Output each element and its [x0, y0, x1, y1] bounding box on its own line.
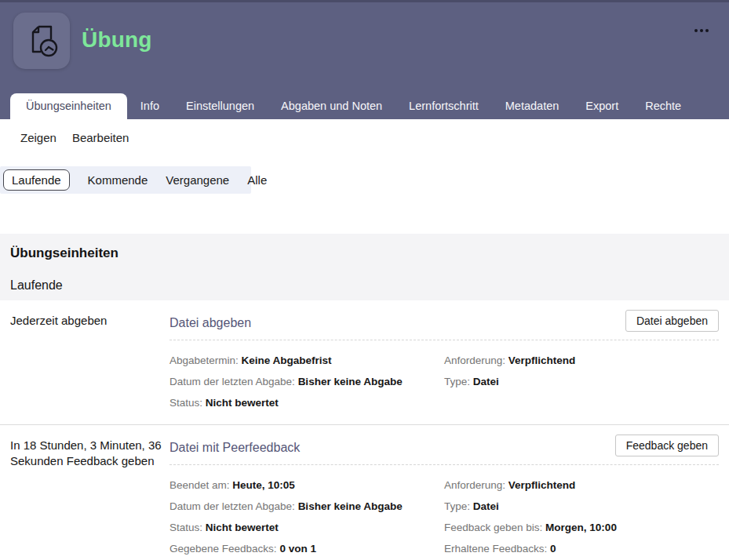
assignment-deadline-info: Jederzeit abgeben: [10, 300, 169, 424]
assignment-row-datei-abgeben: Jederzeit abgeben Datei abgeben Datei ab…: [0, 300, 729, 425]
dashed-divider: [169, 464, 719, 465]
detail-anforderung: Anforderung: Verpflichtend: [444, 355, 719, 366]
tab-lernfortschritt[interactable]: Lernfortschritt: [395, 93, 492, 119]
detail-abgabetermin: Abgabetermin: Keine Abgabefrist: [169, 355, 444, 366]
tab-info[interactable]: Info: [127, 93, 173, 119]
main-tabbar: Übungseinheiten Info Einstellungen Abgab…: [10, 93, 729, 119]
subtab-zeigen[interactable]: Zeigen: [20, 131, 56, 161]
detail-letzte-abgabe: Datum der letzten Abgabe: Bisher keine A…: [169, 376, 444, 387]
detail-feedback-geben-bis: Feedback geben bis: Morgen, 10:00: [444, 522, 719, 533]
tab-einstellungen[interactable]: Einstellungen: [173, 93, 268, 119]
detail-type: Type: Datei: [444, 501, 719, 512]
assignment-details: Abgabetermin: Keine Abgabefrist Datum de…: [169, 345, 719, 409]
tab-metadaten[interactable]: Metadaten: [492, 93, 573, 119]
filter-kommende[interactable]: Kommende: [88, 173, 148, 187]
detail-beendet-am: Beendet am: Heute, 10:05: [169, 480, 444, 491]
exercise-file-clock-icon: [23, 20, 60, 61]
detail-erhaltene-feedbacks: Erhaltene Feedbacks: 0: [444, 544, 719, 555]
sub-tabbar: Zeigen Bearbeiten: [0, 119, 729, 161]
section-subtitle: Laufende: [10, 278, 719, 293]
detail-letzte-abgabe: Datum der letzten Abgabe: Bisher keine A…: [169, 501, 444, 512]
assignment-title-link[interactable]: Datei mit Peerfeedback: [169, 435, 300, 455]
assignment-body: Datei abgeben Datei abgeben Abgabetermin…: [169, 300, 719, 424]
filter-alle[interactable]: Alle: [247, 173, 267, 187]
datei-abgeben-button[interactable]: Datei abgeben: [625, 310, 719, 332]
detail-status: Status: Nicht bewertet: [169, 398, 444, 409]
detail-status: Status: Nicht bewertet: [169, 522, 444, 533]
view-filter-group: Laufende Kommende Vergangene Alle: [0, 166, 251, 194]
subtab-bearbeiten[interactable]: Bearbeiten: [72, 131, 129, 161]
object-icon-tile: [13, 13, 70, 69]
assignment-title-link[interactable]: Datei abgeben: [169, 310, 251, 330]
dashed-divider: [169, 340, 719, 340]
tab-uebungseinheiten[interactable]: Übungseinheiten: [10, 93, 127, 119]
assignment-details: Beendet am: Heute, 10:05 Datum der letzt…: [169, 470, 719, 555]
object-header: Übung Übungseinheiten Info Einstellungen…: [0, 0, 729, 119]
tab-export[interactable]: Export: [572, 93, 632, 119]
filter-laufende-button[interactable]: Laufende: [3, 169, 70, 191]
detail-anforderung: Anforderung: Verpflichtend: [444, 480, 719, 491]
tab-abgaben-und-noten[interactable]: Abgaben und Noten: [268, 93, 395, 119]
assignment-body: Datei mit Peerfeedback Feedback geben Be…: [169, 425, 719, 560]
kebab-menu-icon[interactable]: [691, 26, 712, 35]
filter-vergangene[interactable]: Vergangene: [166, 173, 229, 187]
section-title: Übungseinheiten: [10, 245, 719, 261]
tab-rechte[interactable]: Rechte: [632, 93, 694, 119]
detail-type: Type: Datei: [444, 376, 719, 387]
assignment-row-datei-mit-peerfeedback: In 18 Stunden, 3 Minuten, 36 Sekunden Fe…: [0, 425, 729, 560]
section-header: Übungseinheiten Laufende: [0, 234, 729, 300]
feedback-geben-button[interactable]: Feedback geben: [615, 435, 719, 456]
page-title: Übung: [82, 27, 152, 53]
detail-gegebene-feedbacks: Gegebene Feedbacks: 0 von 1: [169, 544, 444, 555]
assignment-deadline-info: In 18 Stunden, 3 Minuten, 36 Sekunden Fe…: [10, 425, 169, 560]
